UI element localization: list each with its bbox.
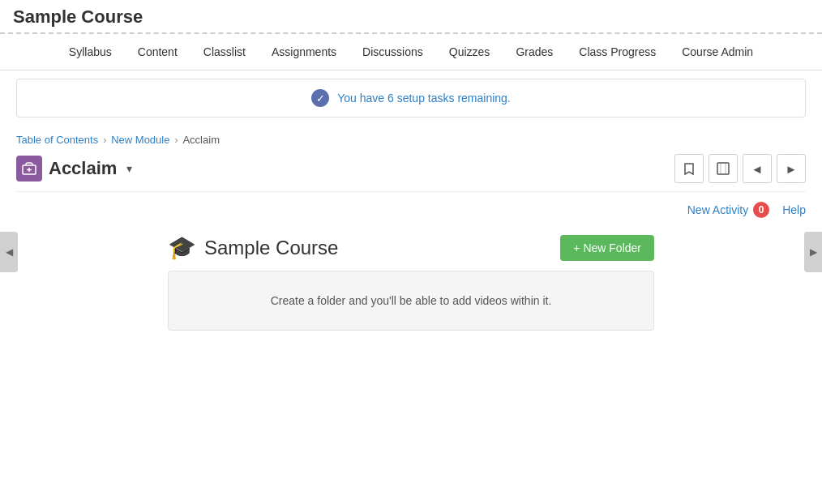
nav-item-class-progress[interactable]: Class Progress (566, 34, 669, 70)
breadcrumb-separator: › (103, 135, 106, 146)
new-folder-button[interactable]: + New Folder (560, 235, 654, 261)
left-handle-icon: ◀ (6, 246, 13, 258)
check-icon: ✓ (311, 89, 329, 107)
next-icon: ► (786, 162, 798, 176)
banner-text: You have 6 setup tasks remaining. (337, 92, 511, 105)
module-title-text: Acclaim (49, 158, 117, 179)
nav-item-syllabus[interactable]: Syllabus (56, 34, 125, 70)
nav-item-classlist[interactable]: Classlist (191, 34, 259, 70)
nav-item-course-admin[interactable]: Course Admin (669, 34, 766, 70)
breadcrumb-separator: › (174, 135, 178, 146)
nav-item-discussions[interactable]: Discussions (349, 34, 436, 70)
content-header: 🎓 Sample Course + New Folder (168, 234, 654, 261)
module-icon (16, 156, 42, 182)
right-collapse-handle[interactable]: ▶ (804, 232, 822, 272)
breadcrumb-link-toc[interactable]: Table of Contents (16, 134, 98, 146)
empty-state: Create a folder and you'll be able to ad… (168, 271, 654, 331)
new-activity-button[interactable]: New Activity 0 (687, 202, 769, 218)
module-toolbar: ◄ ► (674, 154, 806, 183)
module-title-left: Acclaim ▾ (16, 156, 135, 182)
new-activity-label: New Activity (687, 203, 748, 216)
breadcrumb: Table of Contents›New Module›Acclaim (0, 126, 822, 151)
left-collapse-handle[interactable]: ◀ (0, 232, 18, 272)
setup-banner: ✓ You have 6 setup tasks remaining. (16, 79, 806, 117)
content-title: Sample Course (204, 237, 338, 259)
empty-message: Create a folder and you'll be able to ad… (271, 294, 552, 307)
page-title: Sample Course (13, 6, 143, 28)
nav-item-content[interactable]: Content (125, 34, 191, 70)
top-header: Sample Course (0, 0, 822, 34)
svg-rect-3 (717, 163, 729, 174)
expand-button[interactable] (709, 154, 738, 183)
nav-item-quizzes[interactable]: Quizzes (436, 34, 503, 70)
right-handle-icon: ▶ (810, 246, 817, 258)
breadcrumb-current: Acclaim (182, 134, 220, 146)
help-button[interactable]: Help (782, 203, 806, 216)
bookmark-button[interactable] (674, 154, 704, 183)
nav-item-grades[interactable]: Grades (503, 34, 566, 70)
next-button[interactable]: ► (777, 154, 806, 183)
breadcrumb-link-new-module[interactable]: New Module (111, 134, 169, 146)
content-header-left: 🎓 Sample Course (168, 234, 338, 261)
action-bar: New Activity 0 Help (0, 192, 822, 226)
prev-icon: ◄ (751, 162, 764, 176)
nav-bar: SyllabusContentClasslistAssignmentsDiscu… (0, 34, 822, 70)
nav-item-assignments[interactable]: Assignments (259, 34, 349, 70)
module-title-bar: Acclaim ▾ ◄ ► (0, 151, 822, 191)
content-area: 🎓 Sample Course + New Folder Create a fo… (0, 226, 822, 339)
graduation-icon: 🎓 (168, 234, 196, 261)
activity-badge: 0 (753, 202, 769, 218)
prev-button[interactable]: ◄ (743, 154, 772, 183)
module-dropdown-button[interactable]: ▾ (123, 160, 135, 177)
